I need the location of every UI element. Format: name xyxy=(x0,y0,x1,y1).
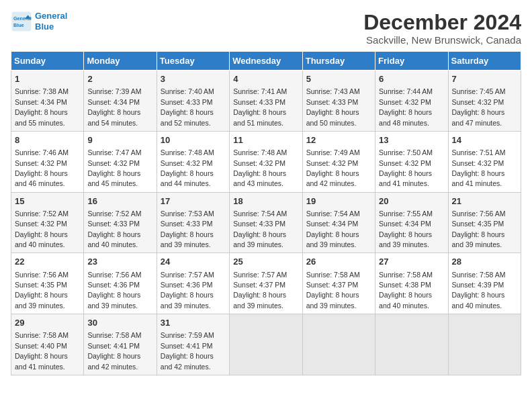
calendar-cell: 12Sunrise: 7:49 AMSunset: 4:32 PMDayligh… xyxy=(302,131,375,192)
week-row-1: 1Sunrise: 7:38 AMSunset: 4:34 PMDaylight… xyxy=(11,71,521,132)
day-number: 10 xyxy=(161,134,226,146)
calendar-cell: 9Sunrise: 7:47 AMSunset: 4:32 PMDaylight… xyxy=(84,131,157,192)
day-number: 21 xyxy=(452,195,517,208)
title-area: December 2024 Sackville, New Brunswick, … xyxy=(363,11,521,46)
day-number: 20 xyxy=(379,195,444,208)
day-info: Sunrise: 7:58 AMSunset: 4:40 PMDaylight:… xyxy=(15,331,69,370)
calendar-cell: 26Sunrise: 7:58 AMSunset: 4:37 PMDayligh… xyxy=(302,253,375,314)
day-number: 1 xyxy=(15,73,80,85)
calendar-cell xyxy=(230,314,302,375)
calendar-cell: 13Sunrise: 7:50 AMSunset: 4:32 PMDayligh… xyxy=(375,131,448,192)
calendar-cell: 10Sunrise: 7:48 AMSunset: 4:32 PMDayligh… xyxy=(157,131,229,192)
day-info: Sunrise: 7:58 AMSunset: 4:39 PMDaylight:… xyxy=(452,271,506,310)
day-info: Sunrise: 7:54 AMSunset: 4:33 PMDaylight:… xyxy=(233,210,287,248)
calendar-cell: 20Sunrise: 7:55 AMSunset: 4:34 PMDayligh… xyxy=(375,192,448,253)
logo-line1: General xyxy=(35,11,67,21)
day-number: 19 xyxy=(306,195,371,208)
day-number: 6 xyxy=(379,73,444,85)
day-number: 9 xyxy=(87,134,152,146)
calendar-cell: 30Sunrise: 7:58 AMSunset: 4:41 PMDayligh… xyxy=(84,314,157,375)
day-number: 27 xyxy=(379,256,444,268)
day-info: Sunrise: 7:57 AMSunset: 4:37 PMDaylight:… xyxy=(233,271,287,310)
day-info: Sunrise: 7:56 AMSunset: 4:36 PMDaylight:… xyxy=(87,271,141,310)
header-monday: Monday xyxy=(84,52,157,71)
header-wednesday: Wednesday xyxy=(230,52,302,71)
calendar-cell xyxy=(302,314,375,375)
calendar-cell xyxy=(448,314,521,375)
logo: General Blue General Blue xyxy=(11,11,67,32)
calendar-cell: 28Sunrise: 7:58 AMSunset: 4:39 PMDayligh… xyxy=(448,253,521,314)
calendar-cell: 8Sunrise: 7:46 AMSunset: 4:32 PMDaylight… xyxy=(11,131,84,192)
calendar-table: SundayMondayTuesdayWednesdayThursdayFrid… xyxy=(11,51,521,375)
header-thursday: Thursday xyxy=(302,52,375,71)
day-number: 29 xyxy=(15,317,80,329)
day-info: Sunrise: 7:45 AMSunset: 4:32 PMDaylight:… xyxy=(452,87,506,126)
day-info: Sunrise: 7:53 AMSunset: 4:33 PMDaylight:… xyxy=(161,210,214,248)
day-info: Sunrise: 7:59 AMSunset: 4:41 PMDaylight:… xyxy=(161,331,214,370)
calendar-cell xyxy=(375,314,448,375)
week-row-2: 8Sunrise: 7:46 AMSunset: 4:32 PMDaylight… xyxy=(11,131,521,192)
day-number: 24 xyxy=(161,256,226,268)
day-number: 15 xyxy=(15,195,80,208)
calendar-cell: 1Sunrise: 7:38 AMSunset: 4:34 PMDaylight… xyxy=(11,71,84,132)
day-info: Sunrise: 7:46 AMSunset: 4:32 PMDaylight:… xyxy=(15,148,69,187)
day-info: Sunrise: 7:54 AMSunset: 4:34 PMDaylight:… xyxy=(306,210,360,248)
calendar-cell: 23Sunrise: 7:56 AMSunset: 4:36 PMDayligh… xyxy=(84,253,157,314)
svg-text:Blue: Blue xyxy=(13,22,24,28)
day-number: 14 xyxy=(452,134,517,146)
day-number: 2 xyxy=(87,73,152,85)
day-info: Sunrise: 7:38 AMSunset: 4:34 PMDaylight:… xyxy=(15,87,69,126)
calendar-cell: 25Sunrise: 7:57 AMSunset: 4:37 PMDayligh… xyxy=(230,253,302,314)
day-number: 12 xyxy=(306,134,371,146)
page-subtitle: Sackville, New Brunswick, Canada xyxy=(363,34,521,46)
calendar-cell: 6Sunrise: 7:44 AMSunset: 4:32 PMDaylight… xyxy=(375,71,448,132)
calendar-cell: 17Sunrise: 7:53 AMSunset: 4:33 PMDayligh… xyxy=(157,192,229,253)
calendar-cell: 7Sunrise: 7:45 AMSunset: 4:32 PMDaylight… xyxy=(448,71,521,132)
day-info: Sunrise: 7:40 AMSunset: 4:33 PMDaylight:… xyxy=(161,87,214,126)
calendar-cell: 21Sunrise: 7:56 AMSunset: 4:35 PMDayligh… xyxy=(448,192,521,253)
logo-line2: Blue xyxy=(35,21,67,32)
day-number: 22 xyxy=(15,256,80,268)
calendar-cell: 31Sunrise: 7:59 AMSunset: 4:41 PMDayligh… xyxy=(157,314,229,375)
day-info: Sunrise: 7:48 AMSunset: 4:32 PMDaylight:… xyxy=(233,148,287,187)
day-info: Sunrise: 7:56 AMSunset: 4:35 PMDaylight:… xyxy=(452,210,506,248)
day-number: 26 xyxy=(306,256,371,268)
calendar-cell: 2Sunrise: 7:39 AMSunset: 4:34 PMDaylight… xyxy=(84,71,157,132)
day-info: Sunrise: 7:58 AMSunset: 4:38 PMDaylight:… xyxy=(379,271,433,310)
day-number: 3 xyxy=(161,73,226,85)
calendar-cell: 29Sunrise: 7:58 AMSunset: 4:40 PMDayligh… xyxy=(11,314,84,375)
calendar-cell: 5Sunrise: 7:43 AMSunset: 4:33 PMDaylight… xyxy=(302,71,375,132)
header-saturday: Saturday xyxy=(448,52,521,71)
week-row-5: 29Sunrise: 7:58 AMSunset: 4:40 PMDayligh… xyxy=(11,314,521,375)
day-info: Sunrise: 7:52 AMSunset: 4:32 PMDaylight:… xyxy=(15,210,69,248)
day-info: Sunrise: 7:44 AMSunset: 4:32 PMDaylight:… xyxy=(379,87,433,126)
day-info: Sunrise: 7:52 AMSunset: 4:33 PMDaylight:… xyxy=(87,210,141,248)
calendar-cell: 3Sunrise: 7:40 AMSunset: 4:33 PMDaylight… xyxy=(157,71,229,132)
day-number: 25 xyxy=(233,256,298,268)
day-info: Sunrise: 7:48 AMSunset: 4:32 PMDaylight:… xyxy=(161,148,214,187)
day-info: Sunrise: 7:51 AMSunset: 4:32 PMDaylight:… xyxy=(452,148,506,187)
day-info: Sunrise: 7:56 AMSunset: 4:35 PMDaylight:… xyxy=(15,271,69,310)
calendar-cell: 24Sunrise: 7:57 AMSunset: 4:36 PMDayligh… xyxy=(157,253,229,314)
header-tuesday: Tuesday xyxy=(157,52,229,71)
calendar-cell: 4Sunrise: 7:41 AMSunset: 4:33 PMDaylight… xyxy=(230,71,302,132)
logo-icon: General Blue xyxy=(11,11,32,32)
calendar-cell: 22Sunrise: 7:56 AMSunset: 4:35 PMDayligh… xyxy=(11,253,84,314)
day-number: 13 xyxy=(379,134,444,146)
week-row-3: 15Sunrise: 7:52 AMSunset: 4:32 PMDayligh… xyxy=(11,192,521,253)
day-number: 18 xyxy=(233,195,298,208)
header-friday: Friday xyxy=(375,52,448,71)
calendar-cell: 16Sunrise: 7:52 AMSunset: 4:33 PMDayligh… xyxy=(84,192,157,253)
day-info: Sunrise: 7:47 AMSunset: 4:32 PMDaylight:… xyxy=(87,148,141,187)
day-info: Sunrise: 7:58 AMSunset: 4:41 PMDaylight:… xyxy=(87,331,141,370)
day-info: Sunrise: 7:57 AMSunset: 4:36 PMDaylight:… xyxy=(161,271,214,310)
day-info: Sunrise: 7:39 AMSunset: 4:34 PMDaylight:… xyxy=(87,87,141,126)
header-sunday: Sunday xyxy=(11,52,84,71)
page-header: General Blue General Blue December 2024 … xyxy=(11,11,521,46)
day-info: Sunrise: 7:49 AMSunset: 4:32 PMDaylight:… xyxy=(306,148,360,187)
day-number: 5 xyxy=(306,73,371,85)
day-number: 8 xyxy=(15,134,80,146)
calendar-cell: 11Sunrise: 7:48 AMSunset: 4:32 PMDayligh… xyxy=(230,131,302,192)
day-number: 16 xyxy=(87,195,152,208)
calendar-header-row: SundayMondayTuesdayWednesdayThursdayFrid… xyxy=(11,52,521,71)
